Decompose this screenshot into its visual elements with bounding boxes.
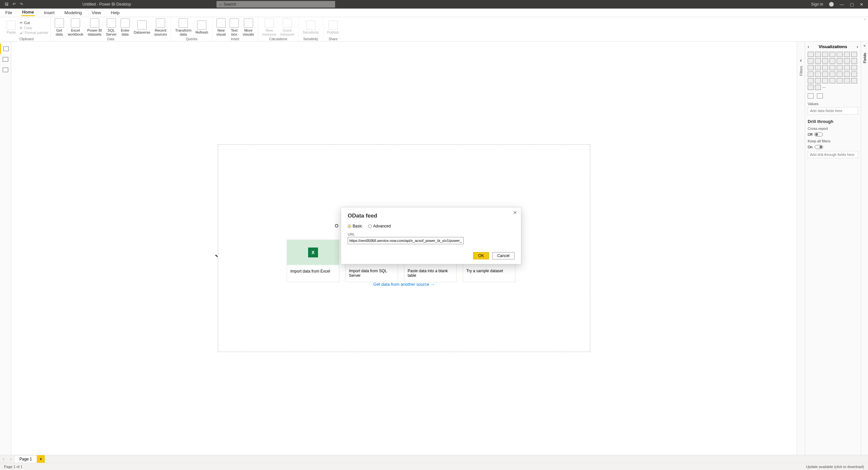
maximize-button[interactable]: ▢ xyxy=(850,2,854,7)
dataverse-label: Dataverse xyxy=(134,30,150,35)
100-bar-icon[interactable] xyxy=(837,52,843,57)
100-column-icon[interactable] xyxy=(844,52,850,57)
cancel-button[interactable]: Cancel xyxy=(492,252,515,259)
tab-help[interactable]: Help xyxy=(110,10,120,15)
stacked-column-icon[interactable] xyxy=(815,52,821,57)
cross-report-label: Cross-report xyxy=(808,127,858,130)
line-clustered-icon[interactable] xyxy=(830,58,835,64)
add-page-button[interactable]: + xyxy=(37,455,45,463)
avatar-icon[interactable] xyxy=(829,2,834,7)
data-view-button[interactable] xyxy=(0,54,11,65)
close-button[interactable]: ✕ xyxy=(860,2,863,7)
viz-menu-icon[interactable]: › xyxy=(857,44,858,49)
scatter-icon[interactable] xyxy=(808,65,814,70)
redo-icon[interactable]: ↷ xyxy=(20,2,23,7)
ok-button[interactable]: OK xyxy=(473,252,489,259)
tab-view[interactable]: View xyxy=(91,10,101,15)
new-visual-button[interactable]: New visual xyxy=(215,18,228,37)
save-icon[interactable]: 🖫 xyxy=(5,2,8,7)
py-visual-icon[interactable] xyxy=(815,78,821,84)
minimize-button[interactable]: — xyxy=(840,2,844,7)
key-influencers-icon[interactable] xyxy=(822,78,828,84)
get-data-button[interactable]: Get data xyxy=(53,18,66,37)
status-update-link[interactable]: Update available (click to download) xyxy=(806,465,864,469)
table-viz-icon[interactable] xyxy=(844,71,850,77)
another-source-link[interactable]: Get data from another source → xyxy=(373,282,435,287)
shape-map-icon[interactable] xyxy=(851,65,857,70)
refresh-button[interactable]: Refresh xyxy=(193,20,210,35)
model-view-button[interactable] xyxy=(0,65,11,75)
card-icon[interactable] xyxy=(815,71,821,77)
line-column-icon[interactable] xyxy=(822,58,828,64)
expand-fields-icon[interactable]: « xyxy=(863,43,865,48)
tab-modeling[interactable]: Modeling xyxy=(64,10,83,15)
stacked-area-icon[interactable] xyxy=(815,58,821,64)
ellipsis-icon[interactable]: ··· xyxy=(822,85,826,90)
area-icon[interactable] xyxy=(808,58,814,64)
transform-data-button[interactable]: Transform data xyxy=(173,18,193,37)
prev-page-button[interactable]: ‹ xyxy=(0,455,7,463)
sign-in-link[interactable]: Sign in xyxy=(811,2,823,7)
waterfall-icon[interactable] xyxy=(844,58,850,64)
r-visual-icon[interactable] xyxy=(808,78,814,84)
kpi-icon[interactable] xyxy=(830,71,835,77)
report-view-button[interactable] xyxy=(0,43,11,54)
undo-icon[interactable]: ↶ xyxy=(12,2,16,7)
matrix-icon[interactable] xyxy=(851,71,857,77)
radio-advanced[interactable]: Advanced xyxy=(368,224,391,228)
filters-pane[interactable]: ‹ Filters xyxy=(797,41,805,455)
slicer-icon[interactable] xyxy=(837,71,843,77)
paginated-icon[interactable] xyxy=(851,78,857,84)
clustered-column-icon[interactable] xyxy=(830,52,835,57)
expand-filters-icon[interactable]: ‹ xyxy=(800,57,802,63)
next-page-button[interactable]: › xyxy=(7,455,14,463)
funnel-icon[interactable] xyxy=(851,58,857,64)
multi-card-icon[interactable] xyxy=(822,71,828,77)
dialog-close-button[interactable]: ✕ xyxy=(513,210,517,215)
url-input[interactable] xyxy=(348,237,464,244)
page-tab-1[interactable]: Page 1 xyxy=(14,455,37,463)
gauge-icon[interactable] xyxy=(808,71,814,77)
custom-icon[interactable] xyxy=(808,85,814,90)
stacked-bar-icon[interactable] xyxy=(808,52,814,57)
excel-icon xyxy=(71,19,80,28)
collapse-viz-icon[interactable]: ‹ xyxy=(808,44,809,49)
sql-server-button[interactable]: SQL Server xyxy=(104,18,118,37)
radio-basic[interactable]: Basic xyxy=(348,224,362,228)
dataverse-button[interactable]: Dataverse xyxy=(132,20,152,35)
line-icon[interactable] xyxy=(851,52,857,57)
fields-pane[interactable]: « Fields xyxy=(861,41,868,455)
cross-report-toggle[interactable] xyxy=(814,132,823,136)
clustered-bar-icon[interactable] xyxy=(822,52,828,57)
filled-map-icon[interactable] xyxy=(844,65,850,70)
keep-filters-toggle[interactable] xyxy=(815,145,823,149)
pie-icon[interactable] xyxy=(815,65,821,70)
tab-file[interactable]: File xyxy=(5,10,13,15)
card-import-excel[interactable]: X Import data from Excel xyxy=(287,240,339,282)
tab-home[interactable]: Home xyxy=(22,9,35,16)
pbi-datasets-button[interactable]: Power BI datasets xyxy=(85,18,104,37)
excel-workbook-button[interactable]: Excel workbook xyxy=(66,18,85,37)
search-input[interactable]: ⌕ Search xyxy=(217,1,335,7)
collapse-ribbon-button[interactable]: ⌃ xyxy=(861,17,868,41)
format-well-icon[interactable] xyxy=(817,93,823,98)
map-icon[interactable] xyxy=(837,65,843,70)
more-visuals-button[interactable]: More visuals xyxy=(241,18,256,37)
radio-basic-label: Basic xyxy=(352,224,362,228)
drill-through-dropzone[interactable]: Add drill-through fields here xyxy=(808,151,858,158)
cut-button[interactable]: ✂ Cut xyxy=(20,21,49,25)
smart-narrative-icon[interactable] xyxy=(844,78,850,84)
recent-sources-button[interactable]: Recent sources xyxy=(152,18,169,37)
decomp-icon[interactable] xyxy=(837,78,843,84)
more-icon[interactable] xyxy=(815,85,821,90)
tab-insert[interactable]: Insert xyxy=(43,10,55,15)
qna-icon[interactable] xyxy=(830,78,835,84)
fields-well-icon[interactable] xyxy=(808,93,814,98)
text-box-button[interactable]: Text box xyxy=(228,18,241,37)
values-dropzone[interactable]: Add data fields here xyxy=(808,107,858,114)
ribbon-chart-icon[interactable] xyxy=(837,58,843,64)
donut-icon[interactable] xyxy=(822,65,828,70)
enter-data-button[interactable]: Enter data xyxy=(119,18,132,37)
treemap-icon[interactable] xyxy=(830,65,835,70)
report-canvas[interactable]: ⬉ O X Import data from Excel Import data… xyxy=(218,144,590,352)
